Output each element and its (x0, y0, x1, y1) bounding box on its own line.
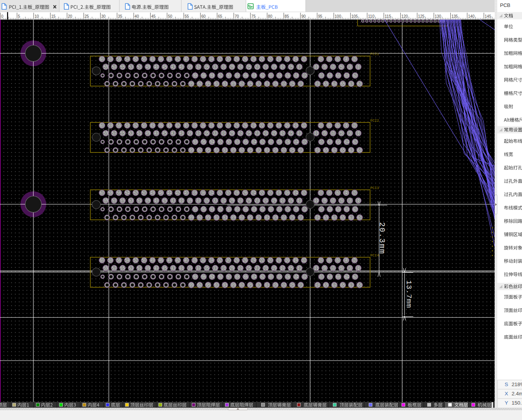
svg-text:22: 22 (260, 123, 264, 129)
svg-text:46: 46 (159, 57, 163, 62)
svg-text:37: 37 (196, 65, 201, 70)
svg-text:35: 35 (205, 198, 209, 204)
svg-text:83: 83 (256, 283, 261, 288)
svg-text:48: 48 (150, 191, 155, 196)
svg-text:60: 60 (100, 191, 104, 196)
svg-text:32: 32 (218, 57, 222, 62)
svg-text:68: 68 (327, 73, 332, 79)
svg-text:49: 49 (146, 65, 150, 70)
svg-text:84: 84 (252, 274, 257, 280)
svg-text:30: 30 (226, 191, 230, 196)
svg-text:7: 7 (332, 198, 334, 204)
svg-text:50: 50 (142, 258, 146, 263)
svg-text:18: 18 (277, 191, 281, 196)
svg-text:S: S (505, 382, 508, 387)
svg-text:98: 98 (193, 73, 198, 79)
svg-text:21: 21 (264, 266, 268, 271)
svg-text:62: 62 (353, 140, 358, 145)
svg-text:31: 31 (221, 65, 226, 70)
svg-text:89: 89 (231, 148, 236, 153)
svg-text:59: 59 (103, 266, 108, 271)
svg-text:21: 21 (264, 65, 268, 70)
svg-text:65: 65 (341, 82, 345, 87)
svg-text:6: 6 (337, 191, 339, 196)
svg-text:99: 99 (189, 82, 193, 87)
svg-text:54: 54 (125, 191, 129, 196)
svg-text:73: 73 (298, 283, 303, 288)
svg-text:19: 19 (272, 131, 276, 136)
svg-text:70: 70 (319, 140, 324, 145)
svg-text:26: 26 (243, 57, 247, 62)
svg-text:15: 15 (289, 266, 293, 271)
svg-text:19: 19 (272, 65, 276, 70)
svg-text:39: 39 (188, 131, 192, 136)
svg-text:87: 87 (240, 283, 244, 288)
svg-text:94: 94 (210, 140, 214, 145)
svg-text:47: 47 (154, 198, 159, 204)
svg-text:95: 95 (206, 283, 210, 288)
svg-text:27: 27 (238, 65, 243, 70)
svg-text:56: 56 (116, 123, 121, 129)
svg-text:96: 96 (201, 274, 206, 280)
svg-text:66: 66 (336, 207, 341, 213)
svg-text:32: 32 (218, 258, 222, 263)
svg-text:43: 43 (171, 65, 175, 70)
svg-text:74: 74 (294, 274, 299, 280)
svg-text:15: 15 (289, 131, 293, 136)
svg-text:86: 86 (243, 207, 248, 213)
svg-text:18: 18 (277, 258, 281, 263)
svg-text:52: 52 (133, 123, 138, 129)
svg-text:92: 92 (218, 140, 223, 145)
svg-text:66: 66 (336, 274, 341, 280)
svg-text:26: 26 (243, 258, 247, 263)
svg-text:68: 68 (327, 207, 332, 213)
svg-text:35: 35 (205, 266, 209, 271)
svg-text:27: 27 (238, 198, 243, 204)
svg-text:66: 66 (336, 73, 341, 79)
svg-text:21: 21 (264, 198, 268, 204)
svg-text:6: 6 (337, 57, 339, 62)
svg-text:36: 36 (201, 123, 205, 129)
svg-text:86: 86 (243, 73, 248, 79)
svg-text:93: 93 (214, 82, 219, 87)
svg-text:84: 84 (252, 207, 257, 213)
svg-text:20: 20 (268, 123, 273, 129)
svg-text:10: 10 (319, 57, 323, 62)
svg-text:14: 14 (293, 123, 298, 129)
svg-text:61: 61 (357, 283, 362, 288)
svg-text:61: 61 (357, 82, 362, 87)
svg-text:95: 95 (206, 215, 210, 221)
svg-text:55: 55 (120, 65, 125, 70)
svg-text:3: 3 (349, 266, 351, 271)
svg-text:71: 71 (315, 215, 320, 221)
svg-text:90: 90 (227, 207, 231, 213)
svg-text:150.56: 150.56 (512, 400, 522, 406)
svg-text:54: 54 (125, 258, 129, 263)
svg-text:79: 79 (273, 82, 278, 87)
svg-text:3: 3 (349, 198, 351, 204)
svg-text:79: 79 (273, 215, 278, 221)
svg-text:1: 1 (357, 65, 359, 70)
svg-text:28: 28 (234, 191, 239, 196)
svg-text:55: 55 (120, 266, 125, 271)
svg-text:10: 10 (319, 123, 323, 129)
svg-text:27: 27 (238, 131, 243, 136)
svg-text:13: 13 (297, 266, 302, 271)
svg-text:91: 91 (223, 215, 227, 221)
svg-text:81: 81 (265, 148, 269, 153)
svg-text:60: 60 (100, 123, 104, 129)
svg-text:4: 4 (345, 191, 347, 196)
svg-text:15: 15 (289, 198, 293, 204)
svg-text:24: 24 (251, 191, 256, 196)
svg-text:37: 37 (196, 266, 201, 271)
svg-text:10: 10 (319, 191, 323, 196)
svg-text:45: 45 (162, 198, 167, 204)
svg-text:12: 12 (302, 191, 306, 196)
svg-text:81: 81 (265, 82, 269, 87)
svg-text:31: 31 (221, 266, 226, 271)
svg-text:71: 71 (315, 148, 320, 153)
svg-text:72: 72 (302, 274, 307, 280)
svg-text:1: 1 (357, 266, 359, 271)
svg-text:71: 71 (315, 283, 320, 288)
svg-text:41: 41 (179, 266, 184, 271)
